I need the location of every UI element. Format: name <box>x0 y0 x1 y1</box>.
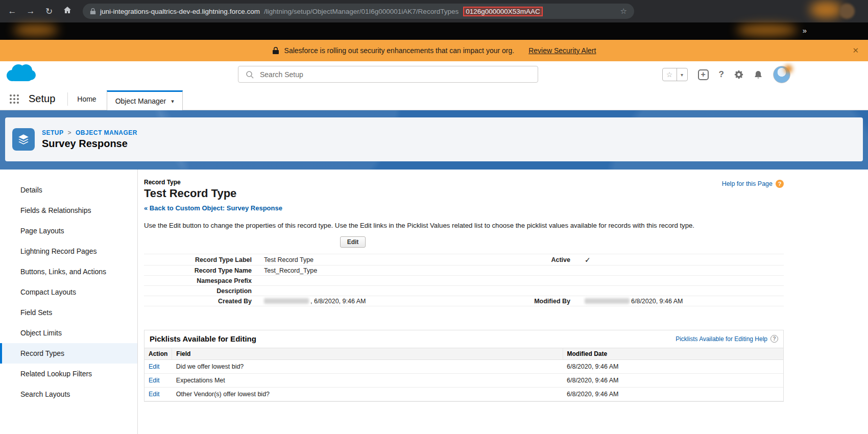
tab-home[interactable]: Home <box>68 95 105 103</box>
help-question-icon[interactable]: ? <box>776 180 784 188</box>
favorites-widget: ☆ ▾ <box>662 68 688 81</box>
picklist-field-name: Did we offer lowest bid? <box>172 360 563 374</box>
detail-row: Description <box>144 285 784 296</box>
setup-nav-left: Setup <box>0 88 67 110</box>
sidebar-item-details[interactable]: Details <box>0 180 137 200</box>
column-header-field: Field <box>172 348 563 360</box>
edit-link[interactable]: Edit <box>144 374 172 388</box>
picklists-help: Picklists Available for Editing Help ? <box>676 335 778 343</box>
picklist-field-name: Other Vendor(s) offer lowest bid? <box>172 388 563 401</box>
security-alert-banner: Salesforce is rolling out security enhan… <box>0 40 868 61</box>
modified-by-label: Modified By <box>509 298 575 305</box>
favorites-chevron-down-icon[interactable]: ▾ <box>677 68 687 81</box>
help-for-this-page: Help for this Page ? <box>722 180 784 188</box>
chevron-down-icon: ▾ <box>171 98 174 105</box>
description-label: Description <box>144 287 259 295</box>
help-for-this-page-link[interactable]: Help for this Page <box>722 180 773 187</box>
forward-button[interactable]: → <box>26 6 36 16</box>
review-security-alert-link[interactable]: Review Security Alert <box>528 46 596 55</box>
favorites-star-icon[interactable]: ☆ <box>663 68 677 81</box>
setup-nav-bar: Setup Home Object Manager ▾ <box>0 88 868 110</box>
record-type-title: Test Record Type <box>144 187 784 200</box>
picklist-modified-date: 6/8/2020, 9:46 AM <box>563 374 783 388</box>
created-by-label: Created By <box>144 298 259 305</box>
sidebar-item-related-lookup-filters[interactable]: Related Lookup Filters <box>0 364 137 384</box>
user-avatar[interactable] <box>773 66 790 83</box>
bell-icon[interactable] <box>754 70 763 79</box>
redacted-user-name <box>585 298 630 304</box>
record-type-detail-panel: Record Type Test Record Type « Back to C… <box>138 170 868 434</box>
breadcrumb: SETUP > OBJECT MANAGER <box>42 129 137 136</box>
edit-link[interactable]: Edit <box>144 360 172 374</box>
app-name: Setup <box>29 93 55 105</box>
created-by-date: , 6/8/2020, 9:46 AM <box>310 298 366 305</box>
breadcrumb-object-manager-link[interactable]: OBJECT MANAGER <box>76 129 137 136</box>
picklists-section-title: Picklists Available for Editing <box>150 334 256 343</box>
tab-object-manager[interactable]: Object Manager ▾ <box>107 90 183 110</box>
redacted-blur <box>13 25 58 36</box>
active-check-icon: ✓ <box>575 256 784 264</box>
home-button[interactable] <box>62 6 73 17</box>
sidebar-item-object-limits[interactable]: Object Limits <box>0 323 137 343</box>
edit-button[interactable]: Edit <box>340 236 366 248</box>
gear-icon[interactable] <box>734 70 743 79</box>
header-actions: ☆ ▾ + ? <box>662 61 790 88</box>
sidebar-item-buttons-links-actions[interactable]: Buttons, Links, and Actions <box>0 261 137 282</box>
secure-lock-icon <box>90 8 96 15</box>
created-by-value: , 6/8/2020, 9:46 AM <box>259 298 509 305</box>
detail-row: Namespace Prefix <box>144 275 784 285</box>
home-icon <box>63 6 72 15</box>
quick-add-icon[interactable]: + <box>698 69 709 80</box>
browser-profile-avatar[interactable] <box>839 4 855 19</box>
table-row: Edit Did we offer lowest bid? 6/8/2020, … <box>144 360 783 374</box>
sidebar-item-page-layouts[interactable]: Page Layouts <box>0 221 137 241</box>
sidebar-item-lightning-record-pages[interactable]: Lightning Record Pages <box>0 241 137 261</box>
browser-toolbar: ← → ↻ juni-integrations-qualtrics-dev-ed… <box>0 0 868 22</box>
help-icon[interactable]: ? <box>719 69 724 80</box>
sidebar-item-search-layouts[interactable]: Search Layouts <box>0 384 137 404</box>
button-row: Edit <box>144 236 562 248</box>
sidebar-item-field-sets[interactable]: Field Sets <box>0 302 137 323</box>
sidebar-item-record-types[interactable]: Record Types <box>0 343 137 364</box>
picklists-help-question-icon[interactable]: ? <box>770 335 778 343</box>
reload-button[interactable]: ↻ <box>44 6 54 17</box>
app-launcher-waffle-icon[interactable] <box>9 94 19 104</box>
detail-row: Record Type Name Test_Record_Type <box>144 265 784 275</box>
search-icon <box>246 70 254 79</box>
content-area: Details Fields & Relationships Page Layo… <box>0 170 868 434</box>
record-type-name-label: Record Type Name <box>144 267 259 274</box>
picklists-help-link[interactable]: Picklists Available for Editing Help <box>676 335 767 343</box>
lock-icon <box>272 46 279 55</box>
intro-text: Use the Edit button to change the proper… <box>144 222 784 229</box>
alert-message: Salesforce is rolling out security enhan… <box>284 46 515 55</box>
tab-object-manager-label: Object Manager <box>115 97 166 105</box>
page-header-band: SETUP > OBJECT MANAGER Survey Response <box>0 110 868 170</box>
sidebar-item-compact-layouts[interactable]: Compact Layouts <box>0 282 137 302</box>
bookmarks-bar: » <box>0 22 868 40</box>
detail-row: Record Type Label Test Record Type Activ… <box>144 254 784 265</box>
picklists-section-header: Picklists Available for Editing Picklist… <box>144 330 783 348</box>
back-to-custom-object-link[interactable]: « Back to Custom Object: Survey Response <box>144 204 282 212</box>
record-type-name-value: Test_Record_Type <box>259 267 509 274</box>
bookmarks-overflow-chevron[interactable]: » <box>803 26 807 35</box>
picklists-available-for-editing-section: Picklists Available for Editing Picklist… <box>144 330 784 402</box>
url-highlighted-record-id: 0126g000000X53mAAC <box>463 7 543 16</box>
page-header-text: SETUP > OBJECT MANAGER Survey Response <box>42 129 137 150</box>
picklist-modified-date: 6/8/2020, 9:46 AM <box>563 388 783 401</box>
url-bar[interactable]: juni-integrations-qualtrics-dev-ed.light… <box>83 4 634 19</box>
redacted-blur <box>736 24 798 36</box>
column-header-modified-date: Modified Date <box>563 348 783 360</box>
picklist-modified-date: 6/8/2020, 9:46 AM <box>563 360 783 374</box>
search-setup-input[interactable] <box>259 70 538 79</box>
url-path: /lightning/setup/ObjectManager/01I6g0000… <box>264 8 459 15</box>
edit-link[interactable]: Edit <box>144 388 172 401</box>
breadcrumb-setup-link[interactable]: SETUP <box>42 129 64 136</box>
object-manager-sidebar: Details Fields & Relationships Page Layo… <box>0 170 138 434</box>
bookmark-star-icon[interactable]: ☆ <box>620 7 627 16</box>
back-button[interactable]: ← <box>7 6 17 16</box>
object-record-type-icon <box>12 128 35 151</box>
search-setup[interactable] <box>238 66 538 83</box>
salesforce-logo <box>5 63 37 86</box>
sidebar-item-fields-relationships[interactable]: Fields & Relationships <box>0 200 137 221</box>
close-icon[interactable]: ✕ <box>852 46 859 55</box>
